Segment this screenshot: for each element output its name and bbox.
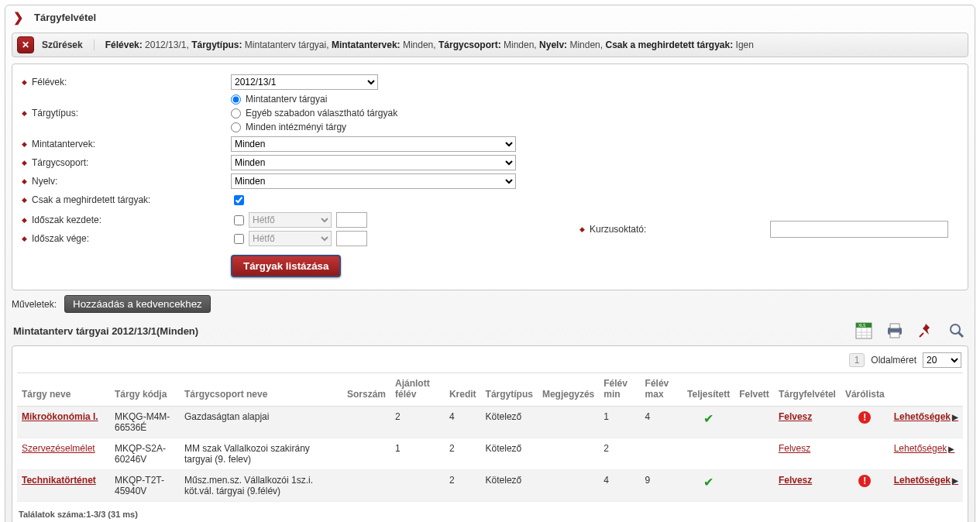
- summary-key: Félévek:: [105, 39, 143, 50]
- collapse-button[interactable]: ✕: [17, 36, 34, 53]
- list-subjects-button[interactable]: Tárgyak listázása: [231, 255, 341, 277]
- cell-ajanlott: 1: [390, 438, 445, 470]
- kurzusoktato-input[interactable]: [770, 221, 948, 238]
- filter-summary-bar: ✕ Szűrések Félévek: 2012/13/1, Tárgytípu…: [12, 33, 968, 57]
- col-sorszam[interactable]: Sorszám: [342, 373, 390, 407]
- page-size-select[interactable]: 20: [923, 352, 961, 368]
- cell-tipus: Kötelező: [481, 407, 538, 438]
- col-teljesitett[interactable]: Teljesített: [683, 373, 734, 407]
- cell-sorszam: [342, 470, 390, 502]
- table-row: Mikroökonómia I.MKQG-M4M-66536ÉGazdaságt…: [17, 407, 963, 438]
- col-megjegyzes[interactable]: Megjegyzés: [538, 373, 599, 407]
- col-felev-min[interactable]: Félév min: [599, 373, 640, 407]
- subject-link[interactable]: Technikatörténet: [22, 475, 96, 486]
- idoszak-vege-time[interactable]: [336, 231, 367, 246]
- radio-label: Egyéb szabadon választható tárgyak: [246, 108, 397, 118]
- page-number[interactable]: 1: [849, 353, 865, 367]
- options-link[interactable]: Lehetőségek▶: [894, 475, 958, 486]
- chevron-right-icon: ▶: [952, 413, 958, 421]
- svg-line-10: [920, 333, 923, 337]
- chevron-right-icon: ▶: [948, 445, 954, 453]
- table-row: TechnikatörténetMKQP-T2T-45940VMűsz.men.…: [17, 470, 963, 502]
- cell-felvett: [734, 470, 774, 502]
- svg-rect-8: [890, 324, 899, 328]
- col-kredit[interactable]: Kredit: [445, 373, 481, 407]
- col-targy-neve[interactable]: Tárgy neve: [17, 373, 110, 407]
- cell-megj: [538, 438, 599, 470]
- idoszak-kezdete-time[interactable]: [336, 212, 367, 228]
- targycsoport-select[interactable]: Minden: [231, 155, 516, 170]
- idoszak-vege-checkbox[interactable]: [234, 234, 244, 244]
- chevron-right-icon: ❯: [13, 10, 23, 25]
- felvesz-link[interactable]: Felvesz: [779, 475, 812, 486]
- warning-icon: !: [858, 475, 871, 487]
- col-targyfelvetel[interactable]: Tárgyfelvétel: [774, 373, 841, 407]
- cell-teljesitett: [683, 438, 734, 470]
- result-title: Mintatanterv tárgyai 2012/13/1(Minden): [13, 325, 198, 337]
- col-felvett[interactable]: Felvett: [734, 373, 774, 407]
- result-header: Mintatanterv tárgyai 2012/13/1(Minden) X…: [13, 321, 967, 341]
- summary-key: Nyelv:: [539, 39, 567, 50]
- nyelv-select[interactable]: Minden: [231, 173, 516, 189]
- svg-rect-9: [890, 332, 899, 338]
- summary-key: Tárgycsoport:: [438, 39, 501, 50]
- cell-varolista: [841, 438, 889, 470]
- radio-mintatanterv[interactable]: [231, 94, 241, 105]
- cell-fmin: 4: [599, 470, 640, 502]
- results-table: Tárgy neve Tárgy kódja Tárgycsoport neve…: [17, 373, 963, 502]
- export-xls-icon[interactable]: XLS: [854, 321, 874, 341]
- col-targy-kodja[interactable]: Tárgy kódja: [110, 373, 180, 407]
- check-icon: ✔: [703, 412, 714, 425]
- chevron-right-icon: ▶: [952, 476, 958, 485]
- svg-text:XLS: XLS: [858, 323, 866, 328]
- col-targytipus[interactable]: Tárgytípus: [481, 373, 538, 407]
- cell-kredit: 2: [445, 438, 481, 470]
- subject-link[interactable]: Mikroökonómia I.: [22, 411, 98, 422]
- svg-line-12: [958, 332, 963, 337]
- table-panel: 1 Oldalméret 20 Tárgy neve Tárgy kódja T…: [12, 345, 968, 522]
- subject-link[interactable]: Szervezéselmélet: [22, 443, 95, 454]
- idoszak-vege-day[interactable]: Hétfő: [249, 231, 332, 246]
- diamond-icon: ◆: [22, 159, 27, 167]
- label-kurzusoktato: Kurzusoktató:: [590, 224, 646, 235]
- cell-teljesitett: ✔: [683, 407, 734, 438]
- filter-summary: Félévek: 2012/13/1, Tárgytípus: Mintatan…: [105, 39, 754, 50]
- filter-form: ◆Félévek: 2012/13/1 ◆Tárgytípus: Mintata…: [12, 64, 968, 290]
- label-felevek: Félévek:: [32, 77, 67, 88]
- col-felev-max[interactable]: Félév max: [641, 373, 683, 407]
- diamond-icon: ◆: [22, 78, 27, 86]
- radio-minden[interactable]: [231, 122, 241, 132]
- mintatantervek-select[interactable]: Minden: [231, 136, 516, 152]
- cell-varolista: !: [841, 470, 889, 502]
- cell-ajanlott: 2: [390, 407, 445, 438]
- felevek-select[interactable]: 2012/13/1: [231, 74, 378, 90]
- cell-fmax: [641, 438, 683, 470]
- print-icon[interactable]: [885, 321, 905, 341]
- options-link[interactable]: Lehetőségek▶: [894, 443, 955, 454]
- cell-fmin: 2: [599, 438, 640, 470]
- col-targycsoport[interactable]: Tárgycsoport neve: [180, 373, 342, 407]
- cell-code: MKQP-S2A-60246V: [110, 438, 180, 470]
- check-icon: ✔: [703, 476, 714, 489]
- summary-val: Minden,: [569, 39, 603, 50]
- radio-egyeb[interactable]: [231, 108, 241, 118]
- diamond-icon: ◆: [22, 235, 27, 242]
- csak-checkbox[interactable]: [234, 195, 244, 205]
- felvesz-link[interactable]: Felvesz: [779, 411, 812, 422]
- idoszak-kezdete-day[interactable]: Hétfő: [249, 212, 332, 228]
- page-title: Tárgyfelvétel: [34, 12, 96, 23]
- felvesz-link[interactable]: Felvesz: [779, 443, 810, 454]
- idoszak-kezdete-checkbox[interactable]: [234, 215, 244, 225]
- add-favorites-button[interactable]: Hozzáadás a kedvencekhez: [64, 295, 211, 313]
- label-targytipus: Tárgytípus:: [32, 108, 78, 118]
- col-varolista[interactable]: Várólista: [841, 373, 889, 407]
- pin-icon[interactable]: [916, 321, 936, 341]
- cell-fmax: 4: [641, 407, 683, 438]
- search-icon[interactable]: [947, 321, 967, 341]
- cell-teljesitett: ✔: [683, 470, 734, 502]
- warning-icon: !: [858, 411, 871, 424]
- options-link[interactable]: Lehetőségek▶: [894, 411, 958, 422]
- summary-val: 2012/13/1,: [145, 39, 189, 50]
- cell-tipus: Kötelező: [481, 470, 538, 502]
- col-ajanlott[interactable]: Ajánlott félév: [390, 373, 445, 407]
